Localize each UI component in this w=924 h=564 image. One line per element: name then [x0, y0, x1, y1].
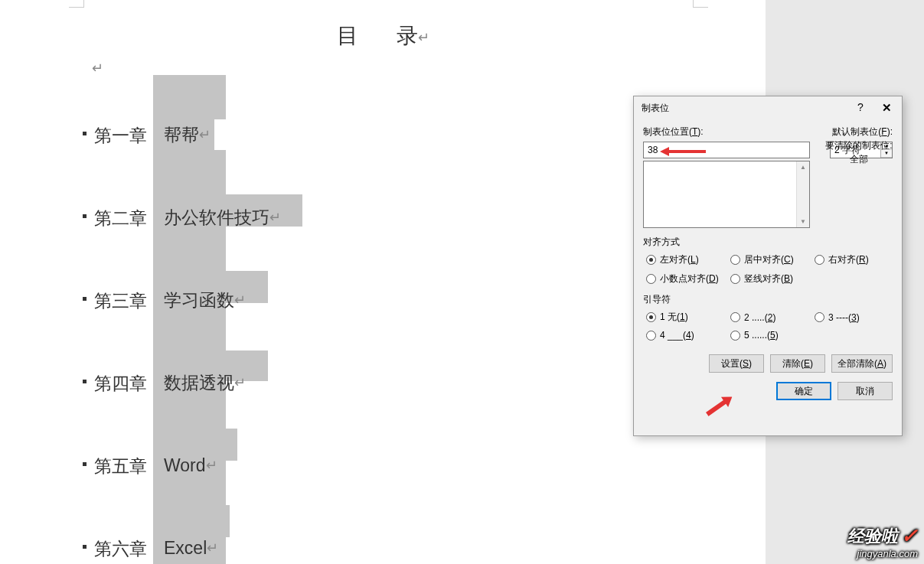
- chapter-title: 数据透视: [164, 371, 234, 395]
- chapter-title: Excel: [164, 538, 207, 559]
- chapter-number: 第三章: [94, 288, 147, 313]
- dialog-title-text: 制表位: [642, 102, 669, 115]
- align-decimal-radio[interactable]: 小数点对齐(D): [646, 272, 730, 285]
- title-char-2: 录: [397, 24, 418, 47]
- toc-item[interactable]: 第六章 Excel↵: [83, 536, 281, 560]
- scrollbar[interactable]: ▲ ▼: [796, 161, 809, 227]
- align-left-radio[interactable]: 左对齐(L): [646, 253, 730, 266]
- selection-highlight: [153, 75, 226, 119]
- alignment-radio-group: 左对齐(L) 居中对齐(C) 右对齐(R) 小数点对齐(D) 竖线对齐(B): [643, 253, 893, 285]
- margin-mark-left: [69, 0, 84, 8]
- document-title: 目录↵: [0, 21, 766, 51]
- checkmark-icon: ✓: [901, 524, 918, 548]
- chapter-number: 第四章: [94, 370, 147, 396]
- return-mark-icon: ↵: [92, 60, 103, 76]
- scroll-down-icon[interactable]: ▼: [797, 216, 809, 227]
- leader-5-radio[interactable]: 5 ......(5): [730, 330, 815, 341]
- default-tab-label: 默认制表位(F):: [832, 126, 893, 139]
- clear-value: 全部: [825, 152, 893, 166]
- watermark: 经验啦 ✓ jingyanla.com: [847, 524, 918, 559]
- return-mark-icon: ↵: [199, 126, 211, 143]
- ok-button[interactable]: 确定: [776, 382, 831, 400]
- tab-stops-listbox[interactable]: ▲ ▼: [643, 161, 810, 228]
- watermark-text: 经验啦: [847, 525, 898, 548]
- dialog-body: 制表位位置(T): 默认制表位(F): ▲ ▼ 2 字符 ▲: [634, 119, 902, 406]
- return-mark-icon: ↵: [207, 540, 218, 556]
- chapter-number: 第一章: [94, 122, 147, 148]
- chapter-title: 办公软件技巧: [164, 206, 269, 230]
- toc-item[interactable]: 第四章 数据透视↵: [83, 370, 281, 395]
- tab-position-label: 制表位位置(T):: [643, 126, 704, 139]
- leader-radio-group: 1 无(1) 2 .....(2) 3 ----(3) 4 ___(4) 5 .…: [643, 311, 893, 341]
- annotation-arrow-icon: [660, 147, 706, 156]
- leader-2-radio[interactable]: 2 .....(2): [730, 311, 815, 324]
- bullet-icon: [83, 297, 87, 301]
- help-button[interactable]: ?: [853, 101, 868, 115]
- leader-4-radio[interactable]: 4 ___(4): [646, 330, 730, 341]
- align-bar-radio[interactable]: 竖线对齐(B): [730, 272, 815, 285]
- return-mark-icon: ↵: [269, 209, 281, 226]
- clear-info: 要清除的制表位: 全部: [825, 139, 893, 166]
- cancel-button[interactable]: 取消: [837, 382, 893, 400]
- close-button[interactable]: ✕: [879, 101, 894, 115]
- chapter-title: Word: [164, 455, 206, 476]
- svg-marker-1: [704, 392, 736, 419]
- margin-mark-right: [693, 0, 708, 8]
- leader-3-radio[interactable]: 3 ----(3): [815, 311, 891, 324]
- align-center-radio[interactable]: 居中对齐(C): [730, 253, 815, 266]
- toc-list: 第一章 帮帮↵ 第二章 办公软件技巧↵ 第三章 学习函数↵ 第四章 数据透视↵: [83, 115, 281, 564]
- toc-item[interactable]: 第一章 帮帮↵: [83, 122, 281, 147]
- return-mark-icon: ↵: [234, 292, 246, 308]
- clear-all-button[interactable]: 全部清除(A): [831, 354, 893, 373]
- scroll-up-icon[interactable]: ▲: [797, 161, 809, 173]
- empty-paragraph: ↵: [92, 60, 103, 77]
- leader-none-radio[interactable]: 1 无(1): [646, 311, 730, 324]
- return-mark-icon: ↵: [418, 30, 429, 45]
- chapter-title: 帮帮: [164, 123, 199, 147]
- set-button[interactable]: 设置(S): [709, 354, 764, 373]
- leader-section-label: 引导符: [643, 293, 893, 306]
- watermark-url: jingyanla.com: [847, 548, 918, 559]
- clear-label: 要清除的制表位:: [825, 139, 893, 152]
- bullet-icon: [83, 214, 87, 218]
- toc-item[interactable]: 第三章 学习函数↵: [83, 288, 281, 312]
- chapter-title: 学习函数: [164, 289, 234, 312]
- bullet-icon: [83, 132, 87, 135]
- alignment-section-label: 对齐方式: [643, 236, 893, 249]
- bullet-icon: [83, 545, 87, 549]
- chapter-number: 第六章: [94, 536, 147, 561]
- toc-item[interactable]: 第二章 办公软件技巧↵: [83, 205, 281, 230]
- chapter-number: 第五章: [94, 453, 147, 478]
- bullet-icon: [83, 380, 87, 383]
- toc-item[interactable]: 第五章 Word↵: [83, 453, 281, 478]
- title-char-1: 目: [337, 24, 358, 47]
- dialog-titlebar[interactable]: 制表位 ? ✕: [634, 96, 902, 119]
- align-right-radio[interactable]: 右对齐(R): [815, 253, 891, 266]
- bullet-icon: [83, 462, 87, 466]
- clear-button[interactable]: 清除(E): [770, 354, 825, 373]
- return-mark-icon: ↵: [206, 457, 217, 474]
- return-mark-icon: ↵: [234, 374, 246, 391]
- chapter-number: 第二章: [94, 205, 147, 230]
- svg-marker-0: [660, 147, 706, 156]
